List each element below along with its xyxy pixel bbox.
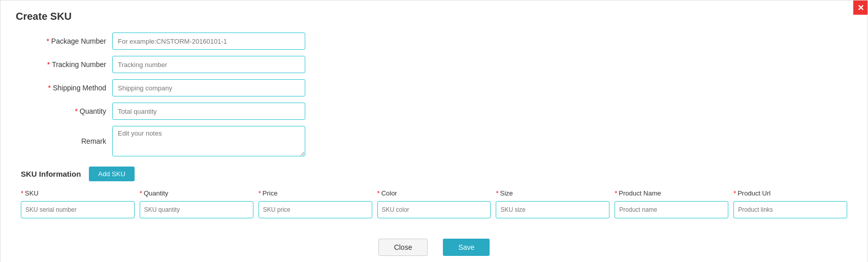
tracking-number-input[interactable] [112,56,305,73]
shipping-method-row: * Shipping Method [31,79,305,96]
form-section: * Package Number * Tracking Number * Shi… [31,32,305,156]
sku-col-header-product_name: * Product Name [615,189,728,197]
shipping-method-input[interactable] [112,79,305,96]
sku-col-header-quantity: * Quantity [140,189,253,197]
footer-buttons: Close Save [16,239,852,256]
remark-textarea[interactable] [112,126,305,156]
required-star: * [75,107,77,115]
shipping-method-label: * Shipping Method [31,84,112,92]
package-number-label: * Package Number [31,37,112,45]
modal-close-button[interactable]: ✕ [853,1,867,15]
package-number-input[interactable] [112,32,305,50]
sku-price-input[interactable] [259,201,372,218]
quantity-input[interactable] [112,103,305,120]
sku-col-header-color: * Color [377,189,491,197]
save-button[interactable]: Save [443,239,490,256]
sku-col-header-size: * Size [496,189,609,197]
required-star: * [377,189,380,197]
required-star: * [46,37,49,45]
sku-product_url-input[interactable] [733,201,847,218]
sku-col-header-sku: * SKU [21,189,135,197]
sku-color-input[interactable] [377,201,491,218]
sku-header: SKU Information Add SKU [21,167,847,181]
required-star: * [496,189,498,197]
sku-column-headers: * SKU* Quantity* Price* Color* Size* Pro… [21,189,847,197]
required-star: * [259,189,261,197]
sku-quantity-input[interactable] [140,201,253,218]
add-sku-button[interactable]: Add SKU [89,167,134,181]
remark-label: Remark [31,137,112,145]
sku-sku-input[interactable] [21,201,135,218]
create-sku-modal: Create SKU ✕ * Package Number * Tracking… [0,0,868,262]
required-star: * [615,189,617,197]
sku-input-row [21,201,847,218]
required-star: * [48,84,50,92]
sku-col-header-price: * Price [259,189,372,197]
quantity-label: * Quantity [31,107,112,115]
sku-table: * SKU* Quantity* Price* Color* Size* Pro… [21,189,847,218]
sku-product_name-input[interactable] [615,201,728,218]
package-number-row: * Package Number [31,32,305,50]
modal-title: Create SKU [16,11,72,22]
required-star: * [47,60,50,69]
sku-section: SKU Information Add SKU * SKU* Quantity*… [16,167,852,218]
quantity-row: * Quantity [31,103,305,120]
sku-size-input[interactable] [496,201,609,218]
sku-col-header-product_url: * Product Url [733,189,847,197]
tracking-number-label: * Tracking Number [31,60,112,69]
sku-info-label: SKU Information [21,170,81,178]
close-button[interactable]: Close [378,239,428,256]
modal-header: Create SKU ✕ [16,11,852,22]
tracking-number-row: * Tracking Number [31,56,305,73]
required-star: * [140,189,142,197]
required-star: * [733,189,736,197]
required-star: * [21,189,23,197]
remark-row: Remark [31,126,305,156]
